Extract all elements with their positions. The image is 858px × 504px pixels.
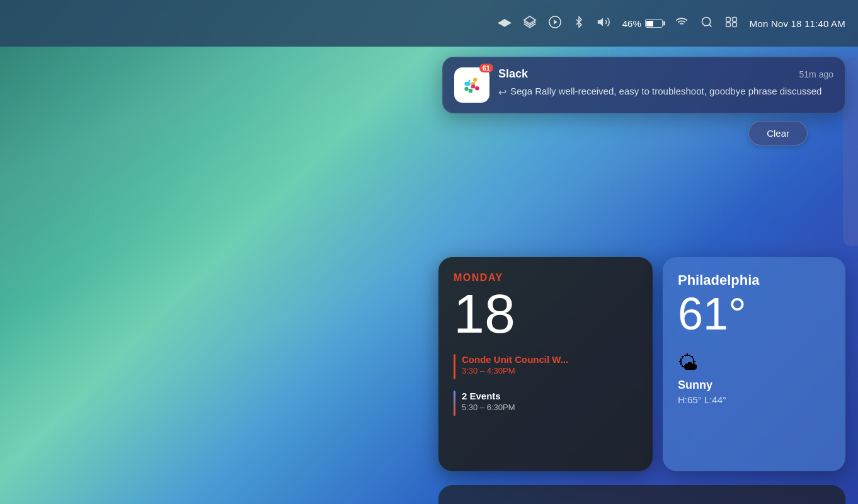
- svg-point-5: [702, 17, 710, 25]
- slack-reply-icon: ↩: [498, 85, 506, 100]
- calendar-event-1-time: 3:30 – 4:30PM: [462, 366, 568, 375]
- battery-percent-label: 46%: [622, 18, 641, 29]
- menubar: 46%: [0, 0, 858, 47]
- calendar-event-2-bar: [454, 391, 455, 416]
- calendar-event-1-title: Conde Unit Council W...: [462, 354, 568, 365]
- svg-rect-10: [732, 22, 736, 26]
- svg-marker-3: [598, 18, 603, 26]
- weather-city: Philadelphia: [678, 272, 830, 289]
- battery-icon: [645, 19, 663, 28]
- svg-line-6: [709, 24, 712, 26]
- battery-indicator[interactable]: 46%: [622, 18, 663, 29]
- calendar-widget[interactable]: MONDAY 18 Conde Unit Council W... 3:30 –…: [438, 257, 653, 471]
- widgets-area: MONDAY 18 Conde Unit Council W... 3:30 –…: [438, 257, 845, 471]
- bottom-widget-hint: [438, 485, 845, 504]
- slack-notification-time: 51m ago: [799, 69, 833, 79]
- weather-condition-icon: 🌤: [678, 352, 830, 375]
- clear-notifications-button[interactable]: Clear: [748, 121, 808, 146]
- svg-rect-11: [469, 82, 476, 89]
- svg-rect-8: [732, 17, 736, 21]
- slack-badge-count: 61: [479, 64, 493, 72]
- wifi-icon[interactable]: [674, 16, 689, 32]
- search-icon[interactable]: [701, 16, 713, 32]
- calendar-event-2-info: 2 Events 5:30 – 6:30PM: [462, 391, 515, 412]
- play-circle-icon[interactable]: [548, 15, 562, 32]
- volume-icon[interactable]: [596, 15, 611, 32]
- control-center-icon[interactable]: [724, 16, 738, 32]
- slack-message-text: Sega Rally well-received, easy to troubl…: [510, 84, 821, 98]
- slack-notification-header: Slack 51m ago: [498, 67, 833, 81]
- svg-rect-7: [726, 17, 730, 21]
- weather-condition-label: Sunny: [678, 379, 830, 392]
- calendar-event-2: 2 Events 5:30 – 6:30PM: [454, 391, 638, 416]
- dropbox-icon[interactable]: [498, 15, 512, 32]
- svg-rect-9: [726, 22, 730, 26]
- calendar-event-1-bar: [454, 354, 455, 379]
- slack-notification-message: ↩ Sega Rally well-received, easy to trou…: [498, 84, 833, 100]
- calendar-event-2-title: 2 Events: [462, 391, 515, 401]
- slack-notification[interactable]: 61 Slack 51m ago ↩ Sega Rally well-recei…: [442, 57, 845, 113]
- layers-icon[interactable]: [523, 15, 537, 32]
- slack-notification-content: Slack 51m ago ↩ Sega Rally well-received…: [498, 67, 833, 100]
- weather-hi-lo: H:65° L:44°: [678, 394, 830, 405]
- slack-app-icon: [454, 67, 489, 103]
- calendar-day-number: 18: [454, 286, 638, 341]
- svg-marker-2: [554, 20, 558, 24]
- calendar-event-2-time: 5:30 – 6:30PM: [462, 403, 515, 412]
- menubar-system-icons: 46%: [498, 15, 738, 32]
- slack-app-icon-wrap: 61: [454, 67, 489, 103]
- slack-app-name: Slack: [498, 67, 528, 81]
- calendar-event-1: Conde Unit Council W... 3:30 – 4:30PM: [454, 354, 638, 379]
- calendar-event-1-info: Conde Unit Council W... 3:30 – 4:30PM: [462, 354, 568, 375]
- notification-panel: 61 Slack 51m ago ↩ Sega Rally well-recei…: [417, 57, 845, 146]
- menubar-datetime: Mon Nov 18 11:40 AM: [750, 18, 845, 29]
- weather-temperature: 61°: [678, 291, 830, 336]
- weather-widget[interactable]: Philadelphia 61° 🌤 Sunny H:65° L:44°: [663, 257, 845, 471]
- bluetooth-icon[interactable]: [573, 15, 585, 32]
